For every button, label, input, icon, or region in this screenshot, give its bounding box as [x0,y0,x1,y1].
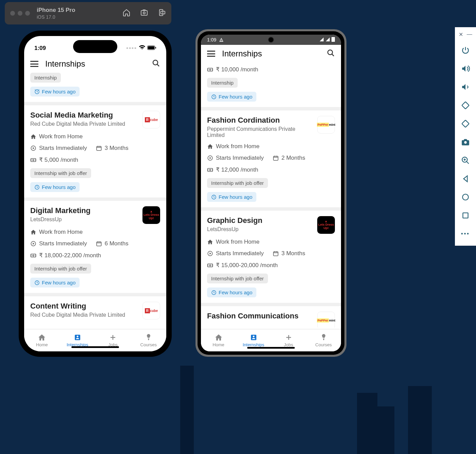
menu-icon[interactable] [30,61,38,67]
android-frame: 1:09 Internships ₹ 10,000 /mo [196,29,346,357]
svg-point-12 [33,159,34,161]
nav-home[interactable]: Home [24,329,60,351]
nav-jobs[interactable]: Jobs [95,329,131,351]
close-icon[interactable]: ✕ [459,31,463,38]
iphone-frame: 1:09 •••• Internships Internship Few hou… [19,31,172,357]
nav-courses[interactable]: Courses [306,329,341,351]
card-company: Red Cube Digital Media Private Limited [30,312,125,318]
battery-icon [147,45,156,52]
svg-point-40 [464,141,467,144]
signal-dots: •••• [126,45,137,52]
nav-home[interactable]: Home [201,329,236,351]
svg-point-37 [253,336,254,337]
android-content[interactable]: ₹ 10,000 /month Internship Few hours ago… [201,63,341,328]
card-title: Graphic Design [207,216,262,225]
internship-card[interactable]: Digital Marketing LetsDressUp ▲Lets Dres… [24,201,166,296]
wifi-icon [139,45,145,52]
posted-badge: Few hours ago [30,278,80,287]
more-icon[interactable]: ••• [455,225,476,243]
ios-time: 1:09 [34,45,46,52]
card-company: LetsDressUp [30,216,90,223]
card-company: Red Cube Digital Media Private Limited [30,121,125,127]
camera-icon[interactable] [455,133,476,151]
android-status-icons [319,37,335,43]
posted-badge: Few hours ago [30,182,80,192]
nav-courses[interactable]: Courses [131,329,167,351]
company-logo: ▲Lets Dress Up! [142,206,160,224]
svg-rect-32 [273,252,278,256]
ios-content[interactable]: Internship Few hours ago Social Media Ma… [24,73,166,328]
simulator-titlebar: iPhone 15 Pro iOS 17.0 [5,2,171,24]
start-row: Starts Immediately [207,155,264,161]
rotate-right-icon[interactable] [455,115,476,133]
volume-down-icon[interactable] [455,78,476,96]
rotate-left-icon[interactable] [455,96,476,115]
stipend-row: ₹ 18,000-22,000 /month [30,252,101,259]
company-logo: PePPermint [317,116,335,134]
svg-rect-11 [31,158,36,161]
internship-card[interactable]: Fashion Cordination Peppermint Communica… [201,110,341,211]
stipend-row: ₹ 10,000 /month [207,66,258,73]
duration-row: 3 Months [96,145,129,152]
app-bar: Internships [201,45,341,63]
svg-rect-33 [208,264,213,267]
iphone-notch [73,40,117,53]
zoom-icon[interactable] [455,151,476,170]
menu-icon[interactable] [207,51,215,57]
window-controls[interactable] [10,11,30,16]
company-logo: PePPermint [317,312,335,328]
search-icon[interactable] [327,49,335,58]
posted-badge: Few hours ago [207,92,256,102]
android-camera [268,37,274,43]
simulator-os: iOS 17.0 [37,14,122,20]
card-title: Content Writing [30,302,125,311]
svg-rect-23 [208,68,213,71]
home-circle-icon[interactable] [455,188,476,206]
overview-icon[interactable] [455,206,476,225]
card-company: Peppermint Communications Private Limite… [207,126,314,138]
posted-badge: Few hours ago [207,192,256,202]
internship-card[interactable]: Graphic Design LetsDressUp ▲Lets Dress U… [201,211,341,306]
duration-row: 6 Months [96,240,129,247]
simulator-device: iPhone 15 Pro [37,6,122,14]
internship-card[interactable]: Content Writing Red Cube Digital Media P… [24,296,166,325]
internship-card[interactable]: Internship Few hours ago [24,73,166,105]
svg-rect-43 [463,213,468,218]
tag-badge: Internship with job offer [207,274,268,283]
svg-rect-16 [31,254,36,257]
posted-badge: Few hours ago [207,287,256,297]
volume-up-icon[interactable] [455,59,476,78]
minimize-icon[interactable]: — [467,31,472,38]
screenshot-icon[interactable] [140,8,148,18]
internship-card[interactable]: Fashion Communications PePPermint [201,306,341,328]
company-logo: Rcube [142,302,160,319]
duration-row: 3 Months [273,250,305,257]
svg-point-17 [33,255,34,256]
svg-rect-6 [155,47,156,49]
svg-rect-27 [273,156,278,160]
tag-badge: Internship [207,78,238,88]
page-title: Internships [222,49,320,58]
power-icon[interactable] [455,41,476,59]
svg-point-7 [153,60,158,65]
card-company: LetsDressUp [207,226,262,232]
svg-point-20 [76,336,78,337]
internship-card[interactable]: ₹ 10,000 /month Internship Few hours ago [201,63,341,110]
android-time: 1:09 [207,37,216,42]
home-icon[interactable] [122,8,131,18]
svg-rect-5 [148,46,154,49]
app-bar: Internships [24,55,166,73]
rotate-icon[interactable] [158,8,166,18]
svg-rect-15 [97,242,101,246]
card-title: Fashion Cordination [207,116,314,125]
start-row: Starts Immediately [207,250,264,257]
bottom-nav: HomeInternshipsJobsCourses [24,329,166,351]
internship-card[interactable]: Social Media Marketing Red Cube Digital … [24,105,166,201]
card-title: Fashion Communications [207,312,299,320]
search-icon[interactable] [152,59,160,69]
svg-point-34 [209,265,211,266]
back-icon[interactable] [455,170,476,188]
svg-rect-38 [462,102,469,109]
nav-internships[interactable]: Internships [60,329,96,351]
page-title: Internships [45,59,145,69]
